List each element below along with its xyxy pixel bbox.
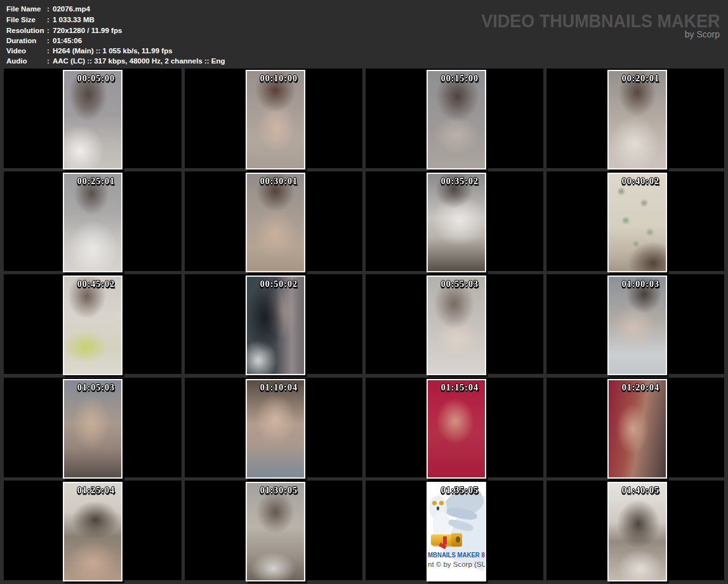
svg-text:01:20:04: 01:20:04: [621, 383, 659, 392]
svg-text:00:40:02: 00:40:02: [621, 176, 659, 186]
svg-text:00:35:02: 00:35:02: [441, 176, 479, 186]
svg-text:01:00:03: 01:00:03: [621, 279, 659, 289]
svg-text:01:35:05: 01:35:05: [441, 486, 479, 495]
svg-text:00:15:00: 00:15:00: [441, 74, 479, 83]
svg-text:00:20:01: 00:20:01: [621, 74, 659, 83]
svg-text:01:25:04: 01:25:04: [77, 486, 115, 495]
svg-text:00:45:02: 00:45:02: [77, 279, 115, 289]
svg-text:01:05:03: 01:05:03: [77, 383, 115, 392]
svg-text:01:15:04: 01:15:04: [441, 383, 479, 392]
svg-text:00:25:01: 00:25:01: [77, 176, 115, 186]
svg-text:00:50:02: 00:50:02: [260, 279, 298, 289]
svg-text:01:30:05: 01:30:05: [260, 486, 298, 495]
svg-text:00:10:00: 00:10:00: [260, 74, 298, 83]
svg-text:00:55:03: 00:55:03: [441, 279, 479, 289]
svg-text:00:30:01: 00:30:01: [260, 176, 298, 186]
svg-text:01:40:05: 01:40:05: [621, 486, 659, 495]
svg-text:01:10:04: 01:10:04: [260, 383, 298, 392]
svg-text:00:05:00: 00:05:00: [77, 74, 115, 83]
